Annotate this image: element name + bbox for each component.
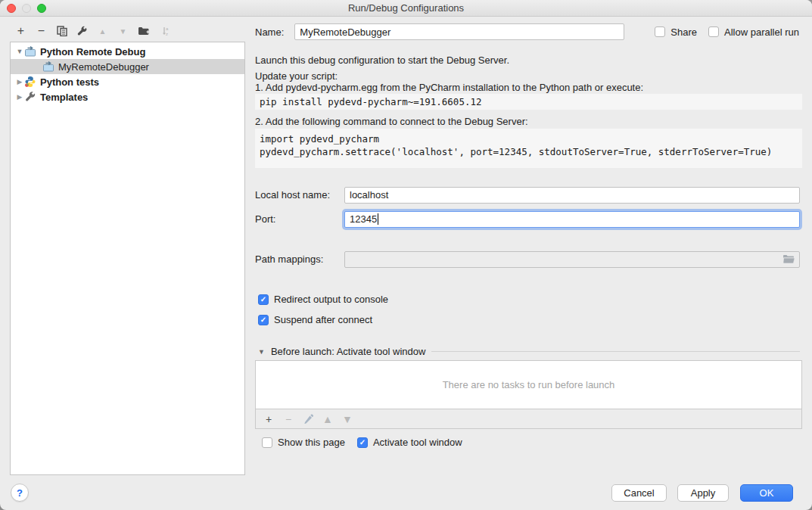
local-host-name-input[interactable] <box>344 187 800 204</box>
tree-item-label: Templates <box>40 92 88 103</box>
show-this-page-checkbox[interactable] <box>262 437 272 448</box>
add-configuration-button[interactable]: + <box>11 23 31 39</box>
before-launch-label: Before launch: Activate tool window <box>271 346 426 357</box>
collapsed-arrow-icon[interactable]: ▶ <box>15 78 24 86</box>
tree-item-label: Python Remote Debug <box>40 46 145 58</box>
collapsed-arrow-icon[interactable]: ▶ <box>15 93 24 101</box>
minimize-window-icon <box>22 4 31 13</box>
minus-icon: − <box>38 24 45 38</box>
templates-wrench-icon <box>24 91 36 103</box>
python-tests-icon <box>24 76 36 88</box>
remote-debug-config-icon <box>42 61 54 73</box>
name-input[interactable] <box>294 23 624 40</box>
minus-icon: − <box>285 413 291 425</box>
port-value: 12345 <box>350 213 377 225</box>
remove-configuration-button[interactable]: − <box>31 23 51 39</box>
plus-icon: + <box>17 24 24 38</box>
tree-item-label: Python tests <box>40 76 99 88</box>
task-toolbar: + − ▲ ▼ <box>255 409 802 429</box>
sort-configurations-button: az <box>154 23 174 39</box>
new-folder-icon <box>138 26 150 36</box>
move-up-icon: ▲ <box>99 27 107 36</box>
move-up-icon: ▲ <box>322 413 333 425</box>
before-launch-section[interactable]: ▼ Before launch: Activate tool window <box>258 346 800 357</box>
run-debug-configurations-dialog: Run/Debug Configurations + − ▲ ▼ az ▼ Py… <box>0 0 812 510</box>
apply-button[interactable]: Apply <box>677 484 729 502</box>
expanded-arrow-icon[interactable]: ▼ <box>15 48 24 55</box>
tree-item-templates[interactable]: ▶ Templates <box>11 89 244 104</box>
allow-parallel-run-label[interactable]: Allow parallel run <box>724 26 799 38</box>
step1-text: 1. Add pydevd-pycharm.egg from the PyCha… <box>255 82 643 93</box>
suspend-after-connect-checkbox[interactable] <box>258 315 269 325</box>
svg-text:z: z <box>166 32 168 36</box>
zoom-window-icon[interactable] <box>37 4 46 13</box>
new-folder-button[interactable] <box>133 23 154 39</box>
configurations-tree: ▼ Python Remote Debug MyRemoteDebugger ▶… <box>10 42 245 475</box>
settrace-code[interactable]: import pydevd_pycharmpydevd_pycharm.sett… <box>255 129 802 168</box>
activate-tool-window-checkbox[interactable] <box>357 437 368 448</box>
pencil-icon <box>303 414 313 424</box>
update-script-text: Update your script: <box>255 70 338 82</box>
step2-text: 2. Add the following command to connect … <box>255 116 528 127</box>
redirect-output-label[interactable]: Redirect output to console <box>274 294 388 305</box>
move-down-icon: ▼ <box>120 27 127 36</box>
move-down-button: ▼ <box>113 23 133 39</box>
section-expanded-icon[interactable]: ▼ <box>258 348 265 356</box>
path-mappings-label: Path mappings: <box>255 253 323 265</box>
port-input[interactable]: 12345 <box>344 211 800 228</box>
tree-item-python-tests[interactable]: ▶ Python tests <box>11 74 244 89</box>
wrench-icon <box>76 26 88 37</box>
share-checkbox[interactable] <box>655 26 665 37</box>
pip-install-code[interactable]: pip install pydevd-pycharm~=191.6605.12 <box>255 94 802 110</box>
move-down-icon: ▼ <box>342 413 353 425</box>
cancel-button[interactable]: Cancel <box>611 484 667 502</box>
code-line-2: pydevd_pycharm.settrace('localhost', por… <box>260 145 798 158</box>
code-line-1: import pydevd_pycharm <box>260 132 798 145</box>
close-window-icon[interactable] <box>7 4 16 13</box>
redirect-output-checkbox[interactable] <box>258 294 269 305</box>
edit-configuration-button[interactable] <box>72 23 92 39</box>
configurations-toolbar: + − ▲ ▼ az <box>11 23 174 39</box>
tree-item-myremotedebugger[interactable]: MyRemoteDebugger <box>11 59 244 74</box>
no-tasks-hint: There are no tasks to run before launch <box>443 379 615 390</box>
name-label: Name: <box>255 26 284 38</box>
edit-task-button <box>298 410 318 428</box>
question-mark-icon: ? <box>17 487 23 499</box>
path-mappings-input[interactable] <box>344 251 800 268</box>
copy-icon <box>57 26 67 36</box>
remove-task-button: − <box>278 410 298 428</box>
move-task-up-button: ▲ <box>318 410 338 428</box>
tree-item-label: MyRemoteDebugger <box>58 61 149 73</box>
share-label[interactable]: Share <box>670 26 697 38</box>
local-host-name-label: Local host name: <box>255 189 330 201</box>
show-this-page-label[interactable]: Show this page <box>278 437 345 448</box>
plus-icon: + <box>266 413 272 425</box>
activate-tool-window-label[interactable]: Activate tool window <box>373 437 462 448</box>
ok-button[interactable]: OK <box>740 484 793 502</box>
text-caret <box>378 213 378 225</box>
move-up-button: ▲ <box>92 23 113 39</box>
intro-text: Launch this debug configuration to start… <box>255 54 509 66</box>
help-button[interactable]: ? <box>11 484 29 502</box>
svg-text:a: a <box>166 26 169 31</box>
suspend-after-connect-label[interactable]: Suspend after connect <box>274 314 372 325</box>
add-task-button[interactable]: + <box>259 410 278 428</box>
section-divider <box>431 351 800 352</box>
copy-configuration-button[interactable] <box>51 23 72 39</box>
configuration-form: Name: Share Allow parallel run Launch th… <box>255 0 806 510</box>
remote-debug-config-icon <box>24 45 36 58</box>
before-launch-task-list[interactable]: There are no tasks to run before launch <box>255 360 802 409</box>
browse-folder-icon[interactable] <box>782 254 795 264</box>
tree-item-python-remote-debug[interactable]: ▼ Python Remote Debug <box>11 44 244 59</box>
move-task-down-button: ▼ <box>338 410 357 428</box>
allow-parallel-run-checkbox[interactable] <box>708 26 719 37</box>
sort-az-icon: az <box>159 26 170 36</box>
port-label: Port: <box>255 213 275 225</box>
